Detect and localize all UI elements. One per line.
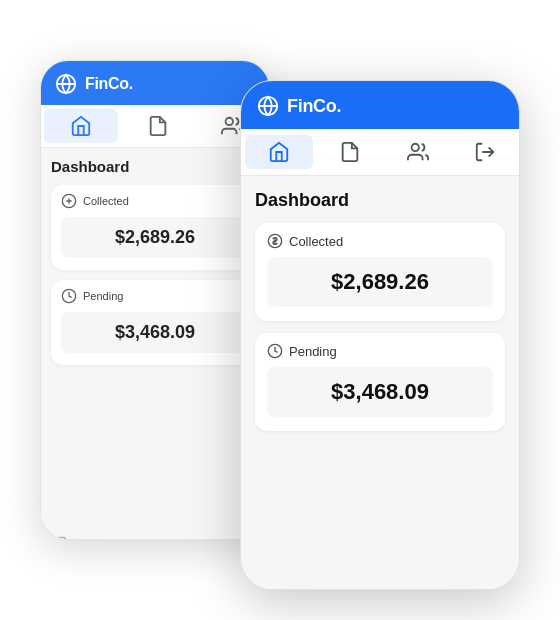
front-pending-value-box: $3,468.09 <box>267 367 493 417</box>
front-header: FinCo. <box>241 81 519 129</box>
front-pending-label-row: Pending <box>267 343 493 359</box>
back-header: FinCo. <box>41 61 269 105</box>
back-nav-bar <box>41 105 269 148</box>
back-collected-label-row: Collected <box>61 193 249 209</box>
home-icon-front <box>268 141 290 163</box>
back-collected-value-box: $2,689.26 <box>61 217 249 258</box>
front-nav-users[interactable] <box>384 129 452 175</box>
back-invoices-label: Invoices <box>77 537 125 541</box>
logout-icon-front <box>474 141 496 163</box>
front-nav-bar <box>241 129 519 176</box>
front-collected-card: Collected $2,689.26 <box>255 223 505 321</box>
scene: FinCo. <box>40 30 520 590</box>
back-brand-name: FinCo. <box>85 75 133 93</box>
front-collected-label-row: Collected <box>267 233 493 249</box>
back-content: Dashboard Collected $2,689.26 <box>41 148 269 526</box>
globe-icon <box>55 73 77 95</box>
front-pending-label: Pending <box>289 344 337 359</box>
svg-point-9 <box>411 144 418 151</box>
home-icon <box>70 115 92 137</box>
front-collected-label: Collected <box>289 234 343 249</box>
dollar-circle-icon <box>61 193 77 209</box>
back-collected-card: Collected $2,689.26 <box>51 185 259 270</box>
front-nav-logout[interactable] <box>452 129 520 175</box>
front-page-title: Dashboard <box>255 190 505 211</box>
front-pending-value: $3,468.09 <box>331 379 429 404</box>
invoice-icon-back <box>55 536 71 540</box>
front-bottom-invoices: Invoices <box>241 584 519 590</box>
front-content: Dashboard Collected $2,689.26 <box>241 176 519 584</box>
front-pending-card: Pending $3,468.09 <box>255 333 505 431</box>
back-nav-docs[interactable] <box>121 105 195 147</box>
globe-icon-front <box>257 95 279 117</box>
clock-icon-front <box>267 343 283 359</box>
front-nav-home[interactable] <box>245 135 313 169</box>
front-collected-value-box: $2,689.26 <box>267 257 493 307</box>
back-collected-value: $2,689.26 <box>115 227 195 247</box>
docs-icon <box>147 115 169 137</box>
front-brand-name: FinCo. <box>287 96 341 117</box>
back-page-title: Dashboard <box>51 158 259 175</box>
back-nav-home[interactable] <box>44 109 118 143</box>
back-collected-label: Collected <box>83 195 129 207</box>
back-pending-label-row: Pending <box>61 288 249 304</box>
back-bottom-invoices: Invoices <box>41 526 269 540</box>
phone-back: FinCo. <box>40 60 270 540</box>
svg-point-2 <box>226 118 233 125</box>
phone-front: FinCo. <box>240 80 520 590</box>
dollar-circle-icon-front <box>267 233 283 249</box>
front-nav-docs[interactable] <box>317 129 385 175</box>
back-pending-value-box: $3,468.09 <box>61 312 249 353</box>
users-icon-front <box>407 141 429 163</box>
docs-icon-front <box>339 141 361 163</box>
back-pending-card: Pending $3,468.09 <box>51 280 259 365</box>
back-pending-label: Pending <box>83 290 123 302</box>
clock-icon-back <box>61 288 77 304</box>
front-collected-value: $2,689.26 <box>331 269 429 294</box>
back-pending-value: $3,468.09 <box>115 322 195 342</box>
